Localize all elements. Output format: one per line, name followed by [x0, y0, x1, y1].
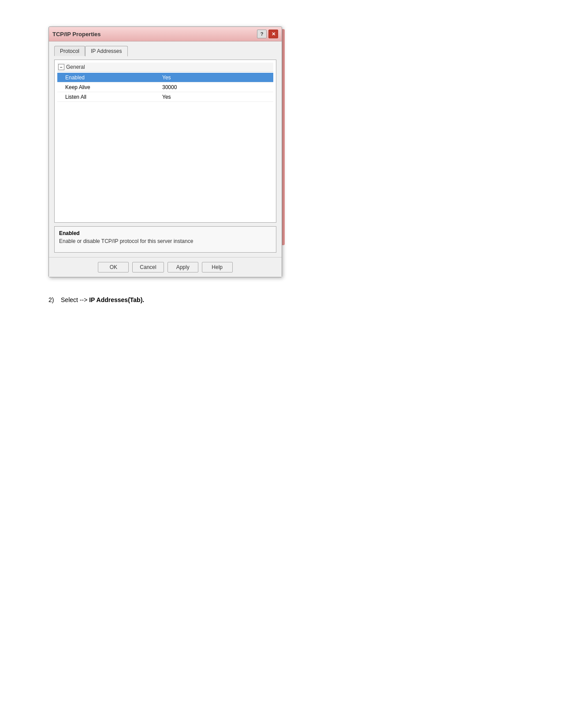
property-name-keepalive: Keep Alive	[65, 84, 162, 90]
dialog-footer: OK Cancel Apply Help	[49, 257, 282, 277]
ok-button[interactable]: OK	[98, 262, 129, 273]
titlebar-buttons: ? ✕	[257, 30, 278, 38]
close-button[interactable]: ✕	[268, 30, 278, 38]
section-label: General	[66, 64, 85, 70]
instruction-prefix: Select -->	[61, 296, 89, 303]
property-value-listenall: Yes	[162, 94, 272, 100]
dialog-wrapper: TCP/IP Properties ? ✕ Protocol IP Addres…	[48, 26, 282, 277]
property-name-enabled: Enabled	[65, 75, 162, 81]
property-row-listenall[interactable]: Listen All Yes	[57, 92, 273, 102]
help-button[interactable]: ?	[257, 30, 267, 38]
dialog-titlebar: TCP/IP Properties ? ✕	[49, 27, 282, 41]
page-content: TCP/IP Properties ? ✕ Protocol IP Addres…	[48, 26, 562, 305]
tab-ip-addresses[interactable]: IP Addresses	[85, 46, 128, 56]
property-value-keepalive: 30000	[162, 84, 272, 90]
instruction-number: 2)	[48, 296, 54, 303]
dialog-title: TCP/IP Properties	[52, 31, 101, 37]
description-area: Enabled Enable or disable TCP/IP protoco…	[54, 226, 276, 253]
description-title: Enabled	[59, 230, 272, 236]
tcpip-properties-dialog: TCP/IP Properties ? ✕ Protocol IP Addres…	[48, 26, 282, 277]
section-header-general: − General	[57, 63, 273, 72]
property-name-listenall: Listen All	[65, 94, 162, 100]
help-footer-button[interactable]: Help	[202, 262, 233, 273]
property-row-keepalive[interactable]: Keep Alive 30000	[57, 82, 273, 92]
description-text: Enable or disable TCP/IP protocol for th…	[59, 238, 272, 244]
instruction-text: 2) Select --> IP Addresses(Tab).	[48, 295, 144, 305]
properties-panel: − General Enabled Yes Keep Alive 30000 L…	[54, 60, 276, 223]
property-value-enabled: Yes	[162, 75, 272, 81]
tab-protocol[interactable]: Protocol	[54, 46, 85, 56]
cancel-button[interactable]: Cancel	[132, 262, 164, 273]
instruction-bold: IP Addresses(Tab).	[89, 296, 144, 303]
property-row-enabled[interactable]: Enabled Yes	[57, 73, 273, 82]
dialog-body: Protocol IP Addresses − General Enabled …	[49, 41, 282, 257]
collapse-icon[interactable]: −	[58, 64, 64, 70]
apply-button[interactable]: Apply	[167, 262, 198, 273]
tab-bar: Protocol IP Addresses	[54, 46, 276, 56]
